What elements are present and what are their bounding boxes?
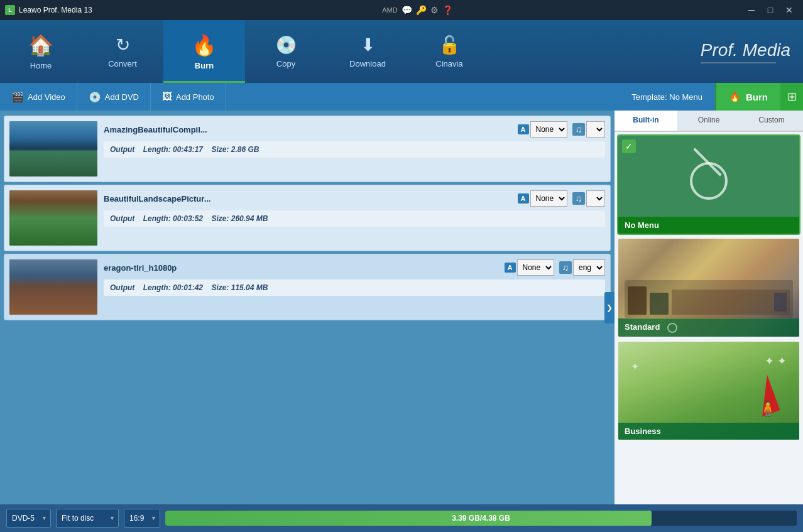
- template-no-menu-label: No Menu: [618, 217, 799, 234]
- video-title: AmazingBeautifulCompil...: [104, 125, 513, 134]
- template-no-menu[interactable]: ✓ No Menu: [617, 134, 800, 235]
- home-icon: 🏠: [28, 33, 53, 57]
- aspect-ratio-select[interactable]: 16:9 4:3: [124, 509, 160, 528]
- fit-mode-wrapper: Fit to disc High Quality Standard: [56, 509, 119, 528]
- gear-icon[interactable]: ⚙: [430, 5, 439, 15]
- bottom-bar: DVD-5 DVD-9 BD-25 BD-50 Fit to disc High…: [0, 504, 803, 532]
- music-select[interactable]: eng: [573, 259, 605, 276]
- audio-prefix: A: [518, 124, 529, 134]
- tab-custom[interactable]: Custom: [740, 111, 803, 131]
- video-thumbnail: [9, 121, 97, 176]
- video-item: eragon-tlri_h1080p A None ♫ eng: [4, 254, 611, 320]
- title-bar-icons: AMD 💬 🔑 ⚙ ❓: [382, 5, 452, 15]
- audio-selector[interactable]: A None: [518, 121, 567, 138]
- audio-select[interactable]: None: [517, 259, 554, 276]
- nav-copy[interactable]: 💿 Copy: [245, 20, 327, 83]
- nav-convert[interactable]: ↻ Convert: [82, 20, 163, 83]
- right-tabs: Built-in Online Custom: [615, 111, 803, 132]
- cinavia-icon: 🔓: [439, 35, 461, 55]
- audio-prefix: A: [518, 193, 529, 204]
- grid-icon: ⊞: [787, 90, 797, 104]
- audio-selector[interactable]: A None: [518, 190, 567, 207]
- key-icon[interactable]: 🔑: [416, 5, 427, 15]
- maximize-button[interactable]: □: [762, 4, 779, 16]
- minimize-button[interactable]: ─: [743, 4, 760, 16]
- chat-icon[interactable]: 💬: [402, 5, 412, 15]
- title-bar-left: L Leawo Prof. Media 13: [5, 5, 92, 15]
- output-label: Output: [110, 145, 134, 154]
- template-label: Template: No Menu: [631, 92, 702, 102]
- template-business-label: Business: [618, 423, 799, 440]
- burn-label: Burn: [746, 92, 768, 102]
- right-panel: Built-in Online Custom ✓ No Menu: [615, 111, 803, 504]
- nav-download[interactable]: ⬇ Download: [327, 20, 408, 83]
- close-button[interactable]: ✕: [780, 4, 798, 16]
- music-selector[interactable]: ♫ eng: [559, 259, 606, 276]
- template-business[interactable]: 🧍 ✦ ✦ ✦ Business: [617, 340, 800, 441]
- burn-fire-icon: 🔥: [729, 91, 741, 102]
- template-standard[interactable]: Standard: [617, 237, 800, 338]
- no-menu-circle: [690, 162, 728, 200]
- toolbar: 🎬 Add Video 💿 Add DVD 🖼 Add Photo Templa…: [0, 83, 803, 111]
- add-photo-icon: 🖼: [162, 91, 172, 102]
- burn-button[interactable]: 🔥 Burn: [715, 83, 780, 111]
- add-dvd-button[interactable]: 💿 Add DVD: [77, 83, 151, 111]
- panel-expand-handle[interactable]: ❯: [604, 292, 615, 323]
- nav-convert-label: Convert: [108, 59, 137, 68]
- video-info: AmazingBeautifulCompil... A None ♫: [104, 121, 605, 176]
- tab-builtin[interactable]: Built-in: [615, 111, 677, 131]
- brand-text: Prof. Media: [701, 40, 790, 60]
- video-item: BeautifulLandscapePictur... A None ♫: [4, 185, 611, 251]
- nav-burn-label: Burn: [195, 61, 214, 70]
- amd-icon: AMD: [382, 6, 397, 14]
- thumbnail-image: [9, 190, 97, 246]
- nav-burn[interactable]: 🔥 Burn: [163, 20, 245, 83]
- nav-download-label: Download: [349, 59, 386, 68]
- fit-mode-select[interactable]: Fit to disc High Quality Standard: [56, 509, 119, 528]
- nav-home-label: Home: [30, 61, 52, 70]
- add-photo-button[interactable]: 🖼 Add Photo: [151, 83, 226, 111]
- music-select[interactable]: [586, 190, 605, 207]
- music-select[interactable]: [586, 121, 605, 138]
- burn-grid-button[interactable]: ⊞: [780, 83, 803, 111]
- video-meta: Output Length: 00:01:42 Size: 115.04 MB: [104, 280, 605, 296]
- brand-logo: Prof. Media: [701, 40, 790, 63]
- audio-prefix: A: [505, 263, 516, 273]
- output-label: Output: [110, 283, 134, 292]
- add-video-button[interactable]: 🎬 Add Video: [0, 83, 77, 111]
- music-selector[interactable]: ♫: [572, 121, 606, 138]
- disc-type-select[interactable]: DVD-5 DVD-9 BD-25 BD-50: [6, 509, 51, 528]
- thumbnail-image: [9, 121, 97, 176]
- nav-cinavia[interactable]: 🔓 Cinavia: [408, 20, 490, 83]
- progress-bar-fill: [165, 511, 652, 526]
- tab-online[interactable]: Online: [677, 111, 740, 131]
- video-thumbnail: [9, 190, 97, 246]
- video-length: Length: 00:01:42: [143, 283, 203, 292]
- output-label: Output: [110, 214, 134, 223]
- expand-arrow-icon: ❯: [606, 303, 613, 312]
- add-video-icon: 🎬: [11, 91, 24, 103]
- video-info: eragon-tlri_h1080p A None ♫ eng: [104, 259, 605, 315]
- progress-label: 3.39 GB/4.38 GB: [452, 514, 510, 523]
- audio-select[interactable]: None: [530, 190, 567, 207]
- audio-selector[interactable]: A None: [505, 259, 554, 276]
- thumbnail-image: [9, 259, 97, 315]
- video-size: Size: 260.94 MB: [211, 214, 268, 223]
- app-title: Leawo Prof. Media 13: [19, 6, 92, 14]
- download-icon: ⬇: [361, 35, 375, 55]
- add-video-label: Add Video: [28, 92, 65, 102]
- template-standard-label: Standard: [618, 318, 799, 337]
- help-icon[interactable]: ❓: [442, 5, 453, 15]
- main-area: AmazingBeautifulCompil... A None ♫: [0, 111, 803, 504]
- video-title-row: BeautifulLandscapePictur... A None ♫: [104, 190, 605, 207]
- video-thumbnail: [9, 259, 97, 315]
- video-title-row: AmazingBeautifulCompil... A None ♫: [104, 121, 605, 138]
- storage-progress-bar: 3.39 GB/4.38 GB: [165, 511, 797, 526]
- music-selector[interactable]: ♫: [572, 190, 606, 207]
- aspect-ratio-wrapper: 16:9 4:3: [124, 509, 160, 528]
- nav-home[interactable]: 🏠 Home: [0, 20, 82, 83]
- video-title-row: eragon-tlri_h1080p A None ♫ eng: [104, 259, 605, 276]
- video-title: BeautifulLandscapePictur...: [104, 194, 513, 204]
- audio-select[interactable]: None: [530, 121, 567, 138]
- video-list: AmazingBeautifulCompil... A None ♫: [0, 111, 615, 504]
